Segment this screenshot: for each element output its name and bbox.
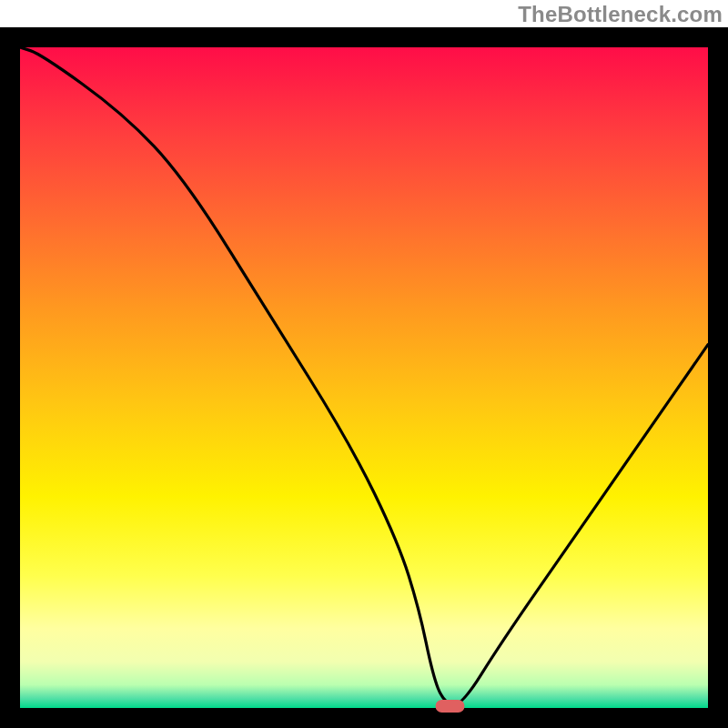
chart-background bbox=[20, 47, 708, 708]
minimum-marker bbox=[436, 700, 465, 713]
watermark-text: TheBottleneck.com bbox=[518, 2, 723, 27]
bottleneck-chart bbox=[0, 27, 728, 728]
chart-container: TheBottleneck.com bbox=[0, 0, 728, 728]
plot-area bbox=[0, 27, 728, 728]
